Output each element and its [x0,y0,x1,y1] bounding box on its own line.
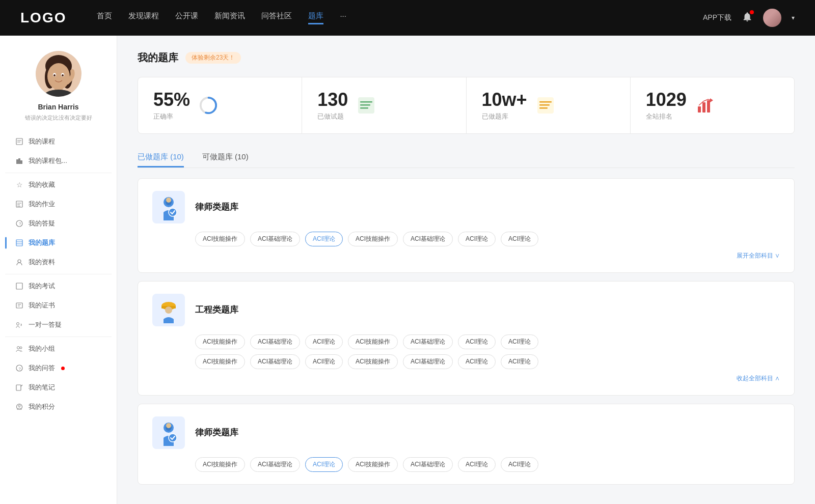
svg-rect-36 [16,385,21,390]
done-questions-label: 已做试题 [317,112,348,121]
svg-rect-11 [16,138,22,145]
app-download-button[interactable]: APP下载 [703,13,731,22]
user-avatar[interactable] [763,9,781,27]
svg-rect-52 [707,100,710,113]
rank-label: 全站排名 [646,112,687,121]
exam-icon [15,282,23,290]
qa-icon: ? [15,219,23,228]
tag-1-3[interactable]: ACI技能操作 [348,232,398,246]
svg-point-60 [165,306,172,314]
tag-2-3[interactable]: ACI技能操作 [348,334,398,349]
tag-1-6[interactable]: ACI理论 [501,232,538,246]
tag-3-1[interactable]: ACI基础理论 [250,457,300,472]
tag-2b-3[interactable]: ACI技能操作 [348,354,398,369]
engineer-icon [152,294,185,326]
course-package-icon [15,157,23,165]
svg-rect-14 [16,159,18,164]
qbank-label: 我的题库 [29,238,55,247]
course-package-label: 我的课程包... [29,156,67,165]
svg-rect-44 [360,104,370,106]
rank-number: 1029 [646,90,687,110]
tag-3-6[interactable]: ACI理论 [501,457,538,472]
notification-bell[interactable] [742,11,753,24]
tag-2b-6[interactable]: ACI理论 [501,354,538,369]
qa-red-dot [61,367,65,370]
sidebar-item-profile[interactable]: 我的资料 [5,253,112,272]
done-banks-label: 已做题库 [482,112,527,121]
qbank-card-engineer: 工程类题库 ACI技能操作 ACI基础理论 ACI理论 ACI技能操作 ACI基… [138,281,795,396]
svg-rect-15 [18,158,20,164]
main-content: 我的题库 体验剩余23天！ 55% 正确率 [117,36,815,504]
tag-2-1[interactable]: ACI基础理论 [250,334,300,349]
sidebar-item-tutor[interactable]: 一对一答疑 [5,315,112,334]
qbank-footer-1[interactable]: 展开全部科目 ∨ [152,251,780,260]
sidebar-item-my-qa[interactable]: ? 我的问答 [5,358,112,378]
sidebar-divider-2 [5,274,112,274]
sidebar-item-notes[interactable]: 我的笔记 [5,378,112,397]
tag-2b-2[interactable]: ACI理论 [305,354,343,369]
sidebar-item-points[interactable]: 我的积分 [5,397,112,416]
tag-1-5[interactable]: ACI理论 [458,232,496,246]
svg-rect-51 [702,102,705,113]
sidebar-item-certificate[interactable]: 我的证书 [5,296,112,315]
tag-2b-0[interactable]: ACI技能操作 [195,354,245,369]
nav-link-qa[interactable]: 问答社区 [261,11,292,24]
svg-point-56 [166,198,171,203]
qbank-title-3: 律师类题库 [195,427,238,438]
tag-2-0[interactable]: ACI技能操作 [195,334,245,349]
sidebar-item-qa[interactable]: ? 我的答疑 [5,214,112,233]
tag-1-1[interactable]: ACI基础理论 [250,232,300,246]
tag-3-0[interactable]: ACI技能操作 [195,457,245,472]
tag-3-3[interactable]: ACI技能操作 [348,457,398,472]
nav-link-opencourse[interactable]: 公开课 [175,11,198,24]
qbank-card-lawyer-2: 律师类题库 ACI技能操作 ACI基础理论 ACI理论 ACI技能操作 ACI基… [138,404,795,485]
svg-rect-49 [539,107,548,109]
tag-1-0[interactable]: ACI技能操作 [195,232,245,246]
done-banks-text: 10w+ 已做题库 [482,90,527,121]
sidebar-item-group[interactable]: 我的小组 [5,339,112,358]
nav-link-news[interactable]: 新闻资讯 [214,11,245,24]
tag-2-5[interactable]: ACI理论 [458,334,496,349]
tag-2b-1[interactable]: ACI基础理论 [250,354,300,369]
qbank-footer-2[interactable]: 收起全部科目 ∧ [152,374,780,383]
tag-2-6[interactable]: ACI理论 [501,334,538,349]
homework-icon [15,200,23,208]
tag-2-2[interactable]: ACI理论 [305,334,343,349]
qbank-tags-3: ACI技能操作 ACI基础理论 ACI理论 ACI技能操作 ACI基础理论 AC… [195,457,780,472]
tag-1-2[interactable]: ACI理论 [305,232,343,246]
tag-2b-5[interactable]: ACI理论 [458,354,496,369]
user-menu-chevron[interactable]: ▾ [792,14,795,21]
tag-2b-4[interactable]: ACI基础理论 [403,354,453,369]
sidebar-item-exam[interactable]: 我的考试 [5,276,112,296]
tab-done-banks[interactable]: 已做题库 (10) [138,148,184,167]
profile-icon [15,258,23,266]
nav-link-qbank[interactable]: 题库 [308,11,323,24]
stats-row: 55% 正确率 130 已做试题 [138,77,795,134]
tag-3-2[interactable]: ACI理论 [305,457,343,472]
tag-2-4[interactable]: ACI基础理论 [403,334,453,349]
certificate-label: 我的证书 [29,301,55,310]
tab-available-banks[interactable]: 可做题库 (10) [202,148,249,167]
expand-label-1: 展开全部科目 ∨ [737,251,780,260]
sidebar: Brian Harris 错误的决定比没有决定要好 我的课程 我的课程包... … [0,36,117,504]
sidebar-item-favorites[interactable]: ☆ 我的收藏 [5,175,112,194]
tag-1-4[interactable]: ACI基础理论 [403,232,453,246]
favorites-label: 我的收藏 [29,180,55,189]
nav-links: 首页 发现课程 公开课 新闻资讯 问答社区 题库 ··· [97,11,703,24]
sidebar-item-my-courses[interactable]: 我的课程 [5,132,112,151]
tag-3-4[interactable]: ACI基础理论 [403,457,453,472]
sidebar-item-qbank[interactable]: 我的题库 [5,233,112,253]
tag-3-5[interactable]: ACI理论 [458,457,496,472]
sidebar-item-homework[interactable]: 我的作业 [5,194,112,214]
group-label: 我的小组 [29,344,55,353]
courses-label: 我的课程 [29,137,55,146]
stat-done-banks: 10w+ 已做题库 [467,77,631,133]
stat-rank: 1029 全站排名 [631,77,794,133]
sidebar-item-course-package[interactable]: 我的课程包... [5,151,112,171]
nav-link-more[interactable]: ··· [340,11,346,24]
nav-link-discover[interactable]: 发现课程 [128,11,159,24]
svg-rect-27 [16,283,22,289]
favorites-icon: ☆ [15,181,23,189]
nav-link-home[interactable]: 首页 [97,11,112,24]
svg-point-10 [62,74,64,76]
